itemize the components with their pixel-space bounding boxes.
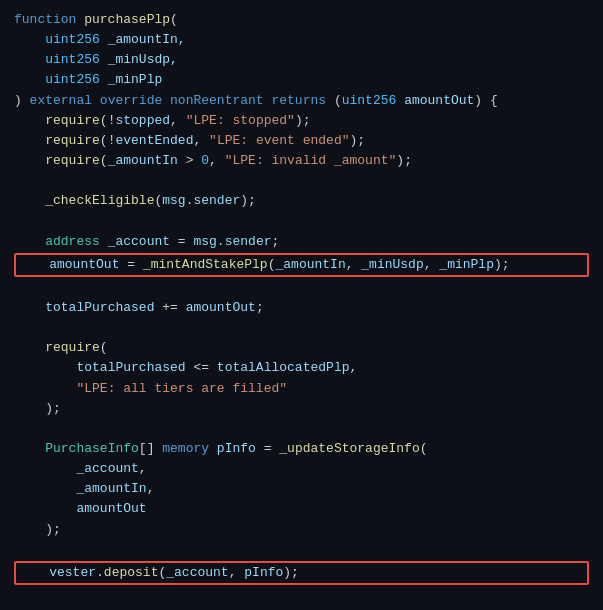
code-token: ) xyxy=(14,93,30,108)
code-token: uint256 xyxy=(14,52,108,67)
code-token: function xyxy=(14,12,84,27)
code-line: emit PurchasePlp(_account, currentTier, … xyxy=(14,606,589,610)
code-token: ( xyxy=(100,113,108,128)
code-token: override xyxy=(100,93,170,108)
code-token: totalPurchased xyxy=(45,300,154,315)
code-token xyxy=(14,481,76,496)
code-token: require xyxy=(45,113,100,128)
code-token: , xyxy=(193,133,209,148)
code-token: ( xyxy=(170,12,178,27)
code-token: ; xyxy=(256,300,264,315)
code-line xyxy=(14,586,589,606)
code-token xyxy=(14,193,45,208)
code-token: uint256 xyxy=(14,32,108,47)
code-token: _amountIn xyxy=(108,153,178,168)
code-line: uint256 _minUsdp, xyxy=(14,50,589,70)
code-token: , xyxy=(229,565,245,580)
code-token: _mintAndStakePlp xyxy=(143,257,268,272)
code-token: <= xyxy=(186,360,217,375)
code-line xyxy=(14,171,589,191)
code-line: address _account = msg.sender; xyxy=(14,232,589,252)
code-token: require xyxy=(45,153,100,168)
code-token: ( xyxy=(100,340,108,355)
code-token xyxy=(14,340,45,355)
code-token: = xyxy=(119,257,142,272)
code-line xyxy=(14,419,589,439)
code-token: amountOut xyxy=(404,93,474,108)
code-line: uint256 _minPlp xyxy=(14,70,589,90)
code-token: address xyxy=(45,234,107,249)
code-token: ( xyxy=(334,93,342,108)
code-token xyxy=(14,360,76,375)
code-token: ; xyxy=(271,234,279,249)
code-token xyxy=(14,113,45,128)
code-token: ); xyxy=(396,153,412,168)
code-token: eventEnded xyxy=(115,133,193,148)
code-line xyxy=(14,278,589,298)
code-line: _amountIn, xyxy=(14,479,589,499)
code-line: _checkEligible(msg.sender); xyxy=(14,191,589,211)
code-line: totalPurchased += amountOut; xyxy=(14,298,589,318)
code-token: , xyxy=(170,113,186,128)
code-line: ) external override nonReentrant returns… xyxy=(14,91,589,111)
code-token: ); xyxy=(494,257,510,272)
code-token: require xyxy=(45,340,100,355)
code-token xyxy=(18,565,49,580)
code-token: ); xyxy=(45,401,61,416)
code-token: . xyxy=(96,565,104,580)
code-token: ) { xyxy=(474,93,497,108)
code-line: ); xyxy=(14,399,589,419)
code-token xyxy=(14,234,45,249)
code-token: _minPlp xyxy=(108,72,163,87)
code-line: amountOut xyxy=(14,499,589,519)
code-token: totalPurchased xyxy=(76,360,185,375)
code-token: PurchaseInfo xyxy=(45,441,139,456)
code-token: ); xyxy=(350,133,366,148)
code-token: , xyxy=(424,257,440,272)
code-token: ); xyxy=(240,193,256,208)
code-token: amountOut xyxy=(186,300,256,315)
code-token: msg.sender xyxy=(193,234,271,249)
code-line: totalPurchased <= totalAllocatedPlp, xyxy=(14,358,589,378)
code-line: require(!eventEnded, "LPE: event ended")… xyxy=(14,131,589,151)
code-token xyxy=(14,441,45,456)
code-line: "LPE: all tiers are filled" xyxy=(14,379,589,399)
code-token: , xyxy=(346,257,362,272)
code-token: uint256 xyxy=(14,72,108,87)
code-token: ); xyxy=(283,565,299,580)
code-line xyxy=(14,540,589,560)
code-token: purchasePlp xyxy=(84,12,170,27)
code-token xyxy=(14,133,45,148)
code-token: _minUsdp xyxy=(361,257,423,272)
code-line: uint256 _amountIn, xyxy=(14,30,589,50)
code-token: vester xyxy=(49,565,96,580)
code-token: deposit xyxy=(104,565,159,580)
code-line: require( xyxy=(14,338,589,358)
code-token xyxy=(14,522,45,537)
code-token: , xyxy=(147,481,155,496)
code-token: "LPE: event ended" xyxy=(209,133,349,148)
code-line xyxy=(14,318,589,338)
code-token: = xyxy=(264,441,280,456)
code-token: ( xyxy=(100,133,108,148)
code-token: totalAllocatedPlp xyxy=(217,360,350,375)
code-token xyxy=(14,401,45,416)
code-token: external xyxy=(30,93,100,108)
code-line: PurchaseInfo[] memory pInfo = _updateSto… xyxy=(14,439,589,459)
code-block: function purchasePlp( uint256 _amountIn,… xyxy=(14,10,589,610)
code-token: stopped xyxy=(115,113,170,128)
code-token: pInfo xyxy=(217,441,264,456)
code-token: uint256 xyxy=(342,93,404,108)
code-token: "LPE: stopped" xyxy=(186,113,295,128)
code-token: [] xyxy=(139,441,162,456)
code-line: require(!stopped, "LPE: stopped"); xyxy=(14,111,589,131)
code-token: _amountIn, xyxy=(108,32,186,47)
code-token: memory xyxy=(162,441,217,456)
code-token: _amountIn xyxy=(76,481,146,496)
code-token: _account xyxy=(166,565,228,580)
code-token: = xyxy=(178,234,194,249)
code-token: ); xyxy=(295,113,311,128)
code-token: amountOut xyxy=(49,257,119,272)
code-token: "LPE: invalid _amount" xyxy=(225,153,397,168)
code-token: > xyxy=(178,153,201,168)
